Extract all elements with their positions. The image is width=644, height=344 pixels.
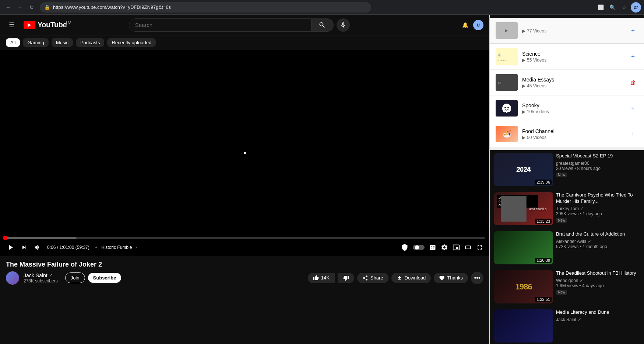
playlist-actions-media: 🗑 [628, 77, 638, 88]
panel-divider [490, 147, 644, 150]
yt-content: All Gaming Music Podcasts Recently uploa… [0, 35, 489, 344]
volume-button[interactable] [32, 242, 43, 253]
chip-all[interactable]: All [6, 38, 20, 47]
verified-icon-2: ✓ [580, 206, 584, 211]
shield-button[interactable] [400, 242, 410, 253]
playlist-actions-science: ＋ [628, 52, 638, 62]
play-icon [6, 243, 15, 252]
fullscreen-button[interactable] [475, 242, 485, 253]
toggle-button[interactable] [411, 242, 426, 253]
playlist-thumb-0: ▶ [496, 22, 518, 39]
rec-video-1[interactable]: 2024 2:39:06 Special Vibecast S2 EP 19 g… [490, 150, 644, 189]
channel-subs: 278K subscribers [24, 278, 58, 284]
chip-4[interactable]: Podcasts [76, 38, 104, 47]
zoom-button[interactable]: 🔍 [607, 2, 617, 13]
playlist-add-button-spooky[interactable]: ＋ [628, 103, 638, 114]
bookmark-button[interactable]: ☆ [619, 2, 629, 13]
refresh-button[interactable]: ↻ [27, 2, 37, 13]
like-button[interactable]: 14K [308, 273, 335, 283]
rec-video-3[interactable]: 1:20:39 Brat and the Culture of Addictio… [490, 228, 644, 267]
yt-layout: ☰ YouTubeUV 🔔 U [0, 15, 644, 344]
rec-channel-2: Turkey Tom ✓ [556, 206, 640, 211]
rec-info-3: Brat and the Culture of Addiction Alexan… [556, 231, 640, 264]
video-player[interactable]: 0:06 / 1:01:00 (59:37) • Historic Fumble… [0, 50, 489, 256]
chip-2[interactable]: Gaming [23, 38, 49, 47]
rec-duration-2: 1:33:23 [535, 219, 552, 224]
playlist-item-science[interactable]: 🔬 SCIENCE Science ▶ 55 Videos ＋ [490, 44, 644, 70]
download-button[interactable]: Download [391, 273, 431, 283]
subscribe-button[interactable]: Subscribe [88, 273, 122, 283]
yt-logo-text: YouTubeUV [38, 21, 71, 29]
yt-main: ☰ YouTubeUV 🔔 U [0, 15, 489, 344]
playlist-add-button-food[interactable]: ＋ [628, 129, 638, 139]
video-frame [0, 50, 489, 256]
media-thumb-image: 🎬 [496, 74, 518, 91]
mic-button[interactable] [337, 18, 350, 32]
science-thumb-image: 🔬 SCIENCE [496, 48, 518, 65]
chapter-info[interactable]: Historic Fumble [101, 245, 132, 250]
rec-meta-2: 395K views • 1 day ago [556, 211, 640, 216]
back-button[interactable]: ← [3, 2, 13, 13]
rec-video-5[interactable]: Media Literacy and Dune Jack Saint ✓ [490, 306, 644, 344]
playlist-item-food[interactable]: 🍜 Food Channel ▶ 50 Videos ＋ [490, 121, 644, 147]
forward-button[interactable]: → [15, 2, 25, 13]
rec-meta-4: 1.6M views • 4 days ago [556, 283, 640, 288]
captions-button[interactable] [427, 242, 438, 253]
playlist-count-media: ▶ 45 Videos [522, 83, 623, 88]
playlist-header-item[interactable]: ▶ ▶ 77 Videos ＋ [490, 18, 644, 44]
search-input[interactable] [135, 22, 305, 28]
play-button[interactable] [4, 242, 16, 253]
search-box[interactable] [129, 18, 312, 32]
channel-name[interactable]: Jack Saint ✓ [24, 272, 58, 278]
share-button[interactable]: Share [357, 273, 388, 283]
channel-avatar[interactable] [6, 271, 19, 285]
playlist-count-food: ▶ 50 Videos [522, 135, 623, 140]
search-button[interactable] [312, 18, 334, 32]
notifications-button[interactable]: 🔔 [460, 20, 470, 30]
browser-actions: ⬜ 🔍 ☆ 27 [595, 2, 641, 13]
chip-3[interactable]: Music [52, 38, 73, 47]
playlist-item-spooky[interactable]: Spooky ▶ 105 Videos ＋ [490, 95, 644, 121]
join-button[interactable]: Join [65, 272, 85, 283]
rec-duration-3: 1:20:39 [535, 258, 552, 263]
video-cursor [244, 152, 246, 154]
playlist-info-0: ▶ 77 Videos [522, 28, 623, 34]
theater-button[interactable] [463, 242, 473, 253]
verified-icon-5: ✓ [578, 317, 581, 322]
rec-meta-1: 20 views • 8 hours ago [556, 166, 640, 171]
rec-info-4: The Deadliest Shootout in FBI History We… [556, 270, 640, 303]
more-options-button[interactable]: ••• [471, 272, 483, 284]
playlist-name-spooky: Spooky [522, 102, 623, 108]
dislike-button[interactable] [338, 273, 354, 283]
playlist-item-media[interactable]: 🎬 Media Essays ▶ 45 Videos 🗑 [490, 70, 644, 95]
hamburger-button[interactable]: ☰ [6, 18, 18, 32]
rec-thumb-1-text: 2024 [517, 166, 530, 173]
yt-logo[interactable]: YouTubeUV [24, 21, 71, 29]
miniplayer-button[interactable] [451, 242, 461, 253]
playlist-delete-button-media[interactable]: 🗑 [628, 77, 638, 88]
rec-thumb-2-overlay: acid attackon wifeand child [497, 195, 538, 208]
chip-5[interactable]: Recently uploaded [107, 38, 156, 47]
playlist-add-button-0[interactable]: ＋ [628, 25, 638, 36]
svg-text:🎬: 🎬 [497, 81, 501, 85]
rec-badge-4: New [556, 290, 567, 295]
video-title: The Massive Failure of Joker 2 [6, 261, 483, 268]
thumbs-up-icon [313, 275, 319, 281]
next-button[interactable] [19, 242, 29, 253]
playlist-add-button-science[interactable]: ＋ [628, 52, 638, 62]
playlist-thumb-media: 🎬 [496, 74, 518, 91]
cast-button[interactable]: ⬜ [595, 2, 606, 13]
rec-title-3: Brat and the Culture of Addiction [556, 231, 640, 237]
rec-channel-5: Jack Saint ✓ [556, 317, 640, 322]
thanks-button[interactable]: Thanks [434, 273, 468, 283]
user-avatar[interactable]: U [473, 20, 483, 30]
playlist-thumb-food: 🍜 [496, 126, 518, 142]
yt-logo-icon [24, 21, 35, 29]
settings-button[interactable] [439, 242, 450, 253]
profile-icon[interactable]: 27 [631, 2, 641, 13]
playlist-name-media: Media Essays [522, 77, 623, 83]
address-bar[interactable]: 🔒 https://www.youtube.com/watch?v=yDFDI9… [40, 2, 371, 13]
rec-video-2[interactable]: acid attackon wifeand child 1:33:23 The … [490, 189, 644, 228]
rec-video-4[interactable]: 1986 1:22:51 The Deadliest Shootout in F… [490, 267, 644, 306]
download-icon [397, 275, 402, 281]
